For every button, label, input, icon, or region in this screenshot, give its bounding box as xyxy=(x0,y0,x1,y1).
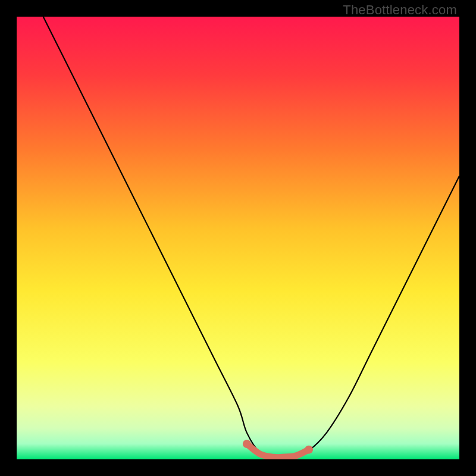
bottleneck-curve xyxy=(43,17,459,458)
watermark-text: TheBottleneck.com xyxy=(343,2,457,18)
plot-area xyxy=(17,17,459,459)
curve-layer xyxy=(17,17,459,459)
optimal-end-dot xyxy=(305,446,313,454)
chart-frame: TheBottleneck.com xyxy=(0,0,476,476)
optimal-start-dot xyxy=(243,440,251,448)
optimal-flat-segment xyxy=(247,444,309,458)
